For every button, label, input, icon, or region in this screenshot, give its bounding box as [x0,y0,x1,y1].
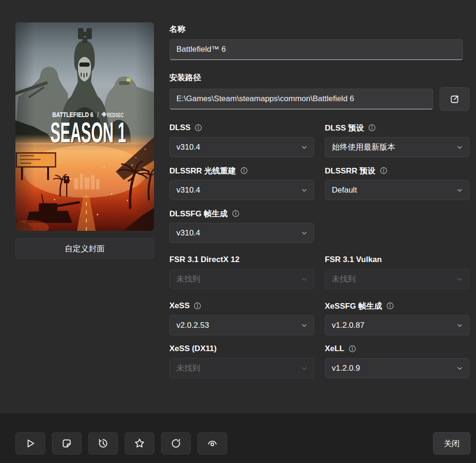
dlss-preset-dropdown-value: 始终使用最新版本 [332,142,395,152]
info-icon[interactable] [386,302,394,310]
history-button[interactable] [88,432,118,455]
history-icon [97,437,109,449]
dlssfg-dropdown-value: v310.4 [176,228,200,238]
name-input-value: Battlefield™ 6 [176,45,226,54]
chevron-down-icon [301,187,308,193]
fsr-vulkan-dropdown-value: 未找到 [332,274,356,284]
field-xess-dx11: XeSS (DX11) 未找到 [169,343,314,378]
xell-label: XeLL [325,344,344,353]
star-icon [133,437,146,449]
refresh-icon [170,437,182,449]
xess-dropdown[interactable]: v2.0.2.53 [169,315,314,335]
name-label: 名称 [169,23,469,35]
fsr-vulkan-dropdown: 未找到 [325,269,469,289]
field-xell: XeLL v1.2.0.9 [325,343,469,378]
fsr-dx12-label: FSR 3.1 DirectX 12 [169,255,239,264]
info-icon[interactable] [368,124,376,131]
play-game-button[interactable] [15,432,45,455]
field-dlss: DLSS v310.4 [169,122,314,157]
preview-button[interactable] [197,432,227,455]
dlssrr-dropdown-value: v310.4 [176,186,200,195]
install-path-value: E:\Games\Steam\steamapps\common\Battlefi… [176,94,354,104]
dlss-preset-dropdown[interactable]: 始终使用最新版本 [325,137,469,157]
dlssfg-label: DLSSFG 帧生成 [169,208,228,219]
chevron-down-icon [456,144,463,151]
dlssfg-dropdown[interactable]: v310.4 [169,223,314,243]
info-icon[interactable] [195,124,202,131]
field-fsr-vulkan: FSR 3.1 Vulkan 未找到 [325,254,469,289]
dlssrr-preset-label: DLSSRR 预设 [325,166,376,176]
dlssrr-dropdown[interactable]: v310.4 [169,180,314,200]
eye-icon [206,437,218,449]
open-install-folder-button[interactable] [440,87,469,111]
refresh-button[interactable] [161,432,191,455]
form-column: 名称 Battlefield™ 6 安装路径 E:\Games\Steam\st… [169,22,469,386]
chevron-down-icon [456,322,463,329]
dlss-preset-label: DLSS 预设 [325,123,364,133]
xess-dx11-dropdown-value: 未找到 [176,363,200,373]
field-dlssrr: DLSSRR 光线重建 v310.4 [169,165,314,200]
xell-dropdown[interactable]: v1.2.0.9 [325,358,469,378]
notes-button[interactable] [52,432,82,455]
field-dlssfg: DLSSFG 帧生成 v310.4 [169,208,314,243]
open-external-icon [448,93,461,105]
dialog-content: BATTLEFIELD 6 REDSEC SEASON 1 SEASON 1 自… [0,0,476,386]
chevron-down-icon [301,144,308,151]
dll-fields: DLSS v310.4 DLSS 预设 [169,122,469,378]
favorite-button[interactable] [125,432,154,455]
name-input[interactable]: Battlefield™ 6 [169,39,463,60]
dlss-dropdown[interactable]: v310.4 [169,137,314,157]
install-path-label: 安装路径 [169,72,469,83]
info-icon[interactable] [380,167,387,174]
fsr-dx12-dropdown-value: 未找到 [176,274,200,284]
chevron-down-icon [301,322,308,329]
xess-dropdown-value: v2.0.2.53 [176,321,209,330]
info-icon[interactable] [194,302,201,310]
field-xess: XeSS v2.0.2.53 [169,300,314,335]
field-dlssrr-preset: DLSSRR 预设 Default [325,165,469,200]
info-icon[interactable] [232,210,239,217]
info-icon[interactable] [349,345,356,352]
xess-label: XeSS [169,301,189,311]
chevron-down-icon [301,230,308,236]
install-path-row: E:\Games\Steam\steamapps\common\Battlefi… [169,87,469,111]
note-icon [61,437,73,449]
chevron-down-icon [301,365,308,372]
xessfg-dropdown-value: v1.2.0.87 [332,321,364,330]
xess-dx11-label: XeSS (DX11) [169,344,217,353]
chevron-down-icon [456,276,463,283]
chevron-down-icon [301,276,308,283]
custom-cover-button[interactable]: 自定义封面 [15,238,154,259]
toolbar [15,432,227,455]
cover-art-illustration: BATTLEFIELD 6 REDSEC SEASON 1 SEASON 1 [15,22,154,231]
bottom-action-bar: 关闭 [0,413,476,463]
fsr-dx12-dropdown: 未找到 [169,269,314,289]
install-path-input[interactable]: E:\Games\Steam\steamapps\common\Battlefi… [169,89,433,110]
dlss-dropdown-value: v310.4 [176,143,200,152]
dlss-label: DLSS [169,123,190,132]
xessfg-dropdown[interactable]: v1.2.0.87 [325,315,469,335]
chevron-down-icon [456,365,463,372]
xess-dx11-dropdown: 未找到 [169,358,314,378]
play-icon [24,437,36,449]
dlssrr-preset-dropdown-value: Default [332,186,357,195]
field-fsr-dx12: FSR 3.1 DirectX 12 未找到 [169,254,314,289]
xell-dropdown-value: v1.2.0.9 [332,364,360,373]
field-xessfg: XeSSFG 帧生成 v1.2.0.87 [325,300,469,335]
dlssrr-label: DLSSRR 光线重建 [169,166,236,176]
info-icon[interactable] [240,167,248,174]
close-button[interactable]: 关闭 [433,432,470,455]
cover-column: BATTLEFIELD 6 REDSEC SEASON 1 SEASON 1 自… [15,22,154,386]
game-cover-art: BATTLEFIELD 6 REDSEC SEASON 1 SEASON 1 [15,22,154,231]
chevron-down-icon [456,187,463,193]
xessfg-label: XeSSFG 帧生成 [325,301,382,311]
field-dlss-preset: DLSS 预设 始终使用最新版本 [325,122,469,157]
dlssrr-preset-dropdown[interactable]: Default [325,180,469,200]
game-properties-dialog: BATTLEFIELD 6 REDSEC SEASON 1 SEASON 1 自… [0,0,476,463]
fsr-vulkan-label: FSR 3.1 Vulkan [325,255,382,264]
